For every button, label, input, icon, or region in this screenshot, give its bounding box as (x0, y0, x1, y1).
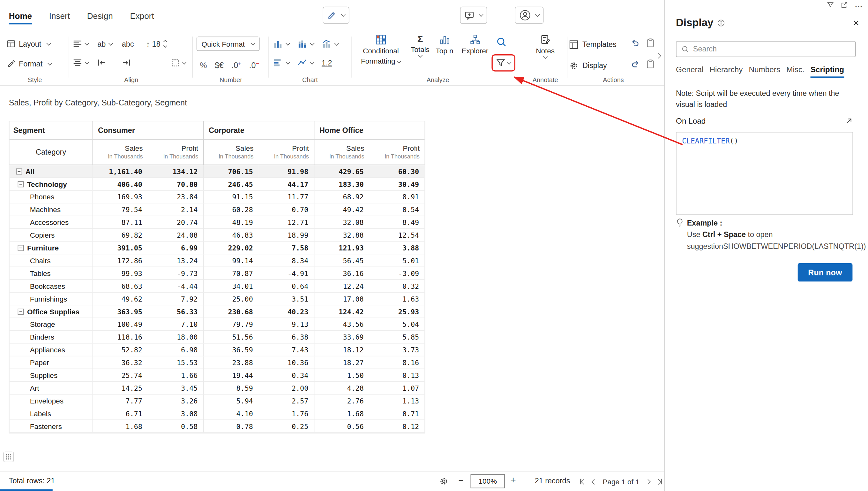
row-all[interactable]: All (9, 165, 92, 178)
column-chart-button[interactable] (273, 39, 297, 49)
segment-consumer[interactable]: Consumer (93, 121, 203, 140)
home-office-profit-header[interactable]: Profitin Thousands (369, 140, 425, 165)
info-icon[interactable] (717, 19, 724, 27)
segment-corporate[interactable]: Corporate (203, 121, 314, 140)
clipboard-icon[interactable] (647, 38, 654, 50)
menu-tab-design[interactable]: Design (87, 2, 113, 29)
row-furniture[interactable]: Furniture (9, 241, 92, 254)
clipboard-icon[interactable] (647, 59, 654, 70)
zoom-out-button[interactable]: − (458, 475, 463, 485)
row-binders[interactable]: Binders (9, 331, 92, 344)
font-size-spinner[interactable] (164, 40, 166, 47)
edit-mode-button[interactable] (322, 7, 349, 24)
borders-button[interactable] (171, 58, 186, 67)
run-now-button[interactable]: Run now (798, 263, 852, 282)
menu-tab-export[interactable]: Export (130, 2, 154, 29)
explorer-button[interactable]: Explorer (461, 34, 489, 55)
conditional-formatting-button[interactable]: Conditional Formatting (358, 34, 404, 66)
tab-scripting[interactable]: Scripting (811, 65, 844, 78)
popout-mini-button[interactable] (841, 2, 847, 10)
currency-format-button[interactable]: $€ (215, 61, 224, 70)
home-office-sales-header[interactable]: Salesin Thousands (314, 140, 369, 165)
tab-hierarchy[interactable]: Hierarchy (710, 65, 743, 78)
next-page-button[interactable] (646, 478, 650, 485)
search-input[interactable] (693, 45, 850, 53)
row-accessories[interactable]: Accessories (9, 216, 92, 229)
vertical-align-button[interactable] (73, 59, 89, 66)
collapse-toggle-icon[interactable] (18, 308, 24, 314)
totals-button[interactable]: Σ Totals (407, 34, 433, 57)
row-art[interactable]: Art (9, 382, 92, 395)
stacked-chart-button[interactable] (298, 39, 322, 49)
filter-button[interactable] (491, 54, 516, 71)
expand-icon[interactable] (845, 117, 853, 125)
menu-tab-insert[interactable]: Insert (49, 2, 70, 29)
row-tables[interactable]: Tables (9, 267, 92, 280)
more-options-button[interactable]: ⋯ (855, 2, 862, 9)
percent-format-button[interactable]: % (200, 61, 207, 70)
row-fasteners[interactable]: Fasteners (9, 420, 92, 433)
consumer-profit-header[interactable]: Profitin Thousands (148, 140, 203, 165)
drag-handle[interactable] (3, 452, 14, 462)
font-size-stepper[interactable]: ↕ 18 (146, 39, 189, 48)
row-envelopes[interactable]: Envelopes (9, 395, 92, 407)
undo-button[interactable] (630, 38, 641, 50)
row-paper[interactable]: Paper (9, 356, 92, 369)
collapse-toggle-icon[interactable] (18, 181, 24, 187)
search-button[interactable] (496, 36, 507, 49)
corporate-profit-header[interactable]: Profitin Thousands (258, 140, 314, 165)
layout-button[interactable]: Layout (7, 35, 50, 52)
tab-misc[interactable]: Misc. (786, 65, 805, 78)
format-button[interactable]: Format (7, 55, 51, 72)
first-page-button[interactable] (580, 478, 586, 485)
bar-chart-button[interactable] (273, 58, 297, 67)
row-chairs[interactable]: Chairs (9, 254, 92, 267)
previous-page-button[interactable] (592, 478, 596, 485)
templates-button[interactable]: Templates (569, 38, 616, 51)
line-chart-button[interactable] (298, 58, 322, 67)
row-bookcases[interactable]: Bookcases (9, 280, 92, 293)
tab-general[interactable]: General (676, 65, 703, 78)
row-appliances[interactable]: Appliances (9, 344, 92, 356)
row-labels[interactable]: Labels (9, 407, 92, 420)
row-phones[interactable]: Phones (9, 191, 92, 203)
last-page-button[interactable] (657, 478, 662, 485)
collapse-toggle-icon[interactable] (18, 245, 24, 251)
increase-decimal-button[interactable]: .0+ (231, 61, 241, 70)
segment-home-office[interactable]: Home Office (314, 121, 425, 140)
notes-button[interactable]: Notes (530, 34, 560, 58)
comments-button[interactable] (460, 7, 487, 24)
row-furnishings[interactable]: Furnishings (9, 293, 92, 306)
row-office-supplies[interactable]: Office Supplies (9, 306, 92, 318)
horizontal-align-button[interactable] (73, 40, 89, 48)
decrease-decimal-button[interactable]: .0− (249, 61, 259, 70)
quick-format-select[interactable]: Quick Format (196, 36, 260, 51)
panel-search-box[interactable] (676, 41, 856, 57)
zoom-in-button[interactable]: + (510, 475, 516, 486)
script-editor[interactable]: CLEARFILTER() (676, 132, 853, 215)
category-header-cell[interactable]: Category (9, 140, 92, 165)
consumer-sales-header[interactable]: Salesin Thousands (93, 140, 148, 165)
redo-button[interactable] (630, 59, 641, 71)
wrap-text-button[interactable]: ab (97, 39, 112, 48)
row-machines[interactable]: Machines (9, 203, 92, 216)
abbreviate-button[interactable]: abc (122, 39, 134, 48)
combo-chart-button[interactable] (322, 39, 346, 49)
close-panel-button[interactable]: × (853, 18, 859, 28)
zoom-level-input[interactable] (470, 474, 505, 488)
corporate-sales-header[interactable]: Salesin Thousands (203, 140, 258, 165)
settings-gear-button[interactable] (439, 476, 448, 488)
panel-collapse-button[interactable] (656, 51, 660, 59)
collapse-toggle-icon[interactable] (16, 168, 22, 174)
decimal-places-button[interactable]: 1.2 (322, 58, 346, 67)
row-storage[interactable]: Storage (9, 318, 92, 331)
top-n-button[interactable]: Top n (432, 34, 457, 55)
row-supplies[interactable]: Supplies (9, 369, 92, 382)
increase-indent-button[interactable] (122, 59, 131, 66)
horizontal-scrollbar[interactable] (0, 489, 53, 491)
row-copiers[interactable]: Copiers (9, 229, 92, 241)
row-technology[interactable]: Technology (9, 178, 92, 191)
tab-numbers[interactable]: Numbers (749, 65, 781, 78)
display-button[interactable]: Display (569, 59, 607, 72)
menu-tab-home[interactable]: Home (9, 2, 32, 29)
